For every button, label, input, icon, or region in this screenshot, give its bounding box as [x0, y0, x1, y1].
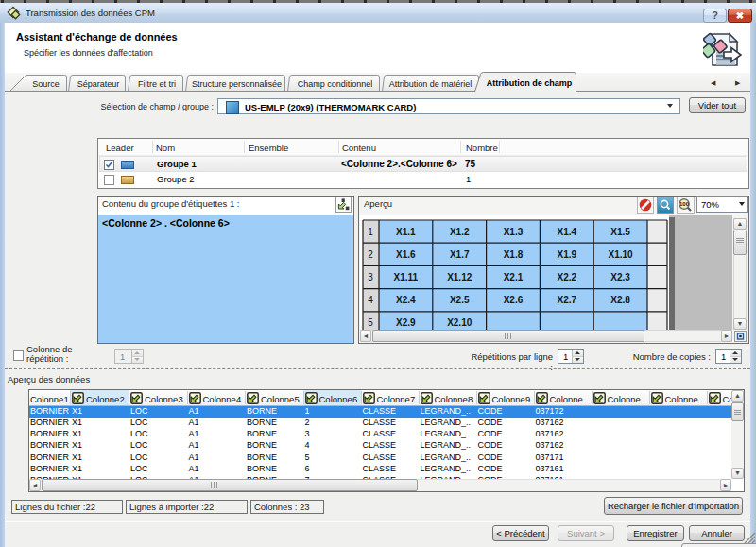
svg-text:5: 5 — [368, 317, 373, 328]
svg-text:X1.10: X1.10 — [609, 249, 634, 260]
svg-text:X2.3: X2.3 — [610, 272, 630, 282]
svg-text:1: 1 — [368, 227, 373, 237]
svg-text:4: 4 — [368, 295, 373, 305]
svg-text:X2.9: X2.9 — [396, 317, 416, 328]
svg-text:X1.6: X1.6 — [396, 249, 416, 260]
svg-text:3: 3 — [368, 272, 373, 282]
svg-text:X2.8: X2.8 — [610, 295, 630, 305]
svg-text:X1.11: X1.11 — [394, 272, 419, 282]
svg-text:X1.2: X1.2 — [450, 227, 470, 237]
svg-text:X2.5: X2.5 — [450, 295, 470, 305]
svg-text:X2.1: X2.1 — [504, 272, 524, 282]
svg-text:2: 2 — [368, 249, 373, 260]
svg-text:X1.3: X1.3 — [504, 227, 524, 237]
svg-text:100: 100 — [679, 201, 690, 207]
svg-text:X1.7: X1.7 — [450, 249, 470, 260]
svg-text:X1.9: X1.9 — [558, 249, 577, 260]
svg-text:X2.7: X2.7 — [558, 295, 577, 305]
svg-text:X1.12: X1.12 — [447, 272, 472, 282]
svg-text:X2.4: X2.4 — [396, 295, 416, 305]
svg-text:X2.2: X2.2 — [558, 272, 577, 282]
svg-text:X2.6: X2.6 — [504, 295, 524, 305]
svg-text:X1.8: X1.8 — [504, 249, 524, 260]
svg-text:X2.10: X2.10 — [447, 317, 472, 328]
svg-text:X1.5: X1.5 — [610, 227, 630, 237]
svg-text:X1.4: X1.4 — [558, 227, 577, 237]
svg-text:X1.1: X1.1 — [396, 227, 416, 237]
